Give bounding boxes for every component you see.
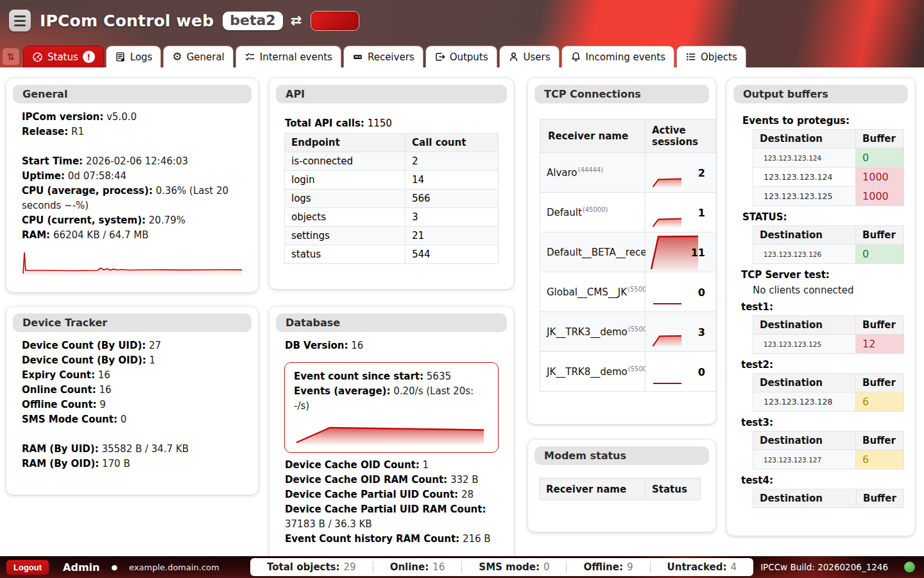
header-red-button[interactable] [311, 11, 359, 31]
menu-icon[interactable] [9, 10, 31, 31]
modem-table: Receiver name Status [539, 478, 701, 500]
col-active-sessions: Active sessions [646, 119, 716, 153]
section-title: test3: [727, 412, 914, 431]
table-row: 123.123.123.1276 [753, 450, 904, 469]
section-title: test2: [727, 354, 914, 373]
section-title: test4: [727, 469, 914, 489]
api-card: API Total API calls: 1150 Endpoint Call … [270, 78, 513, 289]
card-title: General [13, 85, 252, 103]
device-tracker-card: Device Tracker Device Count (By UID): 27… [6, 307, 258, 495]
table-row: objects3 [285, 208, 499, 227]
stat-total-objects: Total objects:29 [250, 561, 373, 573]
tab-general[interactable]: ⚙ General [163, 46, 233, 67]
api-table: Endpoint Call count is-connected2 login1… [284, 133, 499, 264]
stat-offline: Offline:9 [566, 561, 649, 573]
tab-objects[interactable]: Objects [676, 46, 746, 67]
tab-receivers[interactable]: Receivers [343, 46, 424, 67]
sessions-sparkline [652, 177, 683, 188]
list-icon [685, 51, 696, 62]
tab-users[interactable]: Users [499, 46, 560, 67]
table-row: logs566 [285, 189, 499, 208]
sessions-sparkline [652, 217, 683, 227]
tab-status[interactable]: Status ! [23, 46, 104, 67]
app-title: IPCom Control web [40, 12, 214, 30]
outputs-icon [434, 51, 445, 62]
output-table: DestinationBuffer 123.123.123.1286 [753, 373, 904, 412]
stat-untracked: Untracked:4 [650, 561, 753, 573]
app-header: IPCom Control web beta2 ⇄ ⇄ Status ! Log… [0, 0, 924, 67]
stat-sms-mode: SMS mode:0 [461, 561, 566, 573]
output-buffers-card: Output buffers Events to protegus: Desti… [727, 78, 914, 536]
buffer-value: 1000 [856, 187, 904, 206]
output-table: DestinationBuffer 123.123.123.12512 [753, 315, 904, 354]
tab-logs[interactable]: Logs [106, 46, 162, 67]
tab-label: Objects [701, 51, 737, 63]
api-total: Total API calls: 1150 [270, 110, 513, 133]
swap-arrows-icon[interactable]: ⇄ [291, 13, 302, 28]
tab-internal-events[interactable]: Internal events [235, 46, 341, 67]
col-call-count: Call count [406, 134, 499, 152]
separator-dot: ● [111, 563, 117, 572]
card-title: Database [276, 313, 507, 332]
tcp-table: Receiver name Active sessions Alvaro(444… [540, 119, 715, 392]
tab-label: Outputs [450, 51, 488, 63]
output-table: DestinationBuffer 123.123.123.1276 [753, 431, 904, 469]
logs-icon [115, 51, 126, 62]
stat-online: Online:16 [373, 561, 462, 573]
alert-icon: ! [83, 51, 95, 63]
col-endpoint: Endpoint [285, 134, 406, 152]
section-title: STATUS: [727, 206, 914, 225]
card-title: Output buffers [733, 85, 908, 103]
connection-status-dot [904, 562, 915, 573]
general-card: General IPCom version: v5.0.0 Release: R… [6, 78, 258, 292]
output-table: DestinationBuffer [753, 489, 904, 508]
build-label: IPCCw Build: 20260206_1246 [760, 562, 888, 572]
table-row: Alvaro(44444) 2 [540, 153, 716, 193]
event-rate-sparkline [294, 423, 486, 444]
modem-status-card: Modem status Receiver name Status [528, 440, 715, 532]
section-title: test1: [727, 296, 914, 315]
port-label: (45000) [583, 206, 608, 213]
table-row: is-connected2 [285, 152, 499, 171]
tab-label: Status [47, 51, 78, 63]
tab-label: Receivers [368, 51, 415, 63]
table-row: JK__TRK3__demo(55007) 3 [540, 312, 716, 352]
tab-incoming-events[interactable]: Incoming events [561, 46, 674, 67]
table-row: status544 [285, 245, 499, 264]
tab-label: Incoming events [586, 51, 665, 63]
sessions-flatline [653, 303, 681, 305]
event-count-box: Event count since start: 5635 Events (av… [284, 362, 499, 453]
tab-label: Internal events [260, 51, 332, 63]
sync-icon[interactable]: ⇄ [3, 48, 19, 65]
object-stats: Total objects:29 Online:16 SMS mode:0 Of… [250, 558, 753, 576]
card-title: Device Tracker [13, 313, 252, 332]
tab-outputs[interactable]: Outputs [425, 46, 497, 67]
section-title: TCP Server test: [727, 264, 914, 283]
table-row: 123.123.123.1240 [753, 148, 904, 168]
logout-button[interactable]: Logout [6, 560, 49, 575]
buffer-value: 6 [856, 392, 904, 412]
card-title: TCP Connections [535, 85, 709, 103]
output-table: DestinationBuffer 123.123.123.1260 [753, 225, 904, 264]
tcp-server-note: No clients connected [727, 283, 914, 296]
table-row: 123.123.123.12512 [753, 335, 904, 354]
port-label: (44444) [578, 166, 604, 173]
output-table: DestinationBuffer 123.123.123.1240 123.1… [753, 129, 904, 206]
user-icon [508, 51, 519, 62]
gauge-icon [32, 51, 43, 62]
status-bar: Logout Admin ● example.domain.com Total … [0, 556, 924, 578]
domain-label: example.domain.com [129, 563, 219, 572]
checklist-icon [244, 51, 255, 62]
current-user: Admin [63, 561, 99, 574]
section-title: Events to protegus: [727, 110, 914, 129]
tab-label: Logs [130, 51, 153, 63]
table-row: Default__BETA__recei(55000) 11 [540, 232, 716, 272]
table-row: login14 [285, 171, 499, 189]
table-row: 123.123.123.1251000 [753, 187, 904, 206]
gear-icon: ⚙ [172, 51, 182, 62]
col-receiver-name: Receiver name [540, 119, 646, 153]
table-row: 123.123.123.1286 [753, 392, 904, 412]
ram-sparkline [22, 250, 243, 276]
receiver-icon [352, 51, 363, 62]
sessions-sparkline [652, 334, 683, 347]
